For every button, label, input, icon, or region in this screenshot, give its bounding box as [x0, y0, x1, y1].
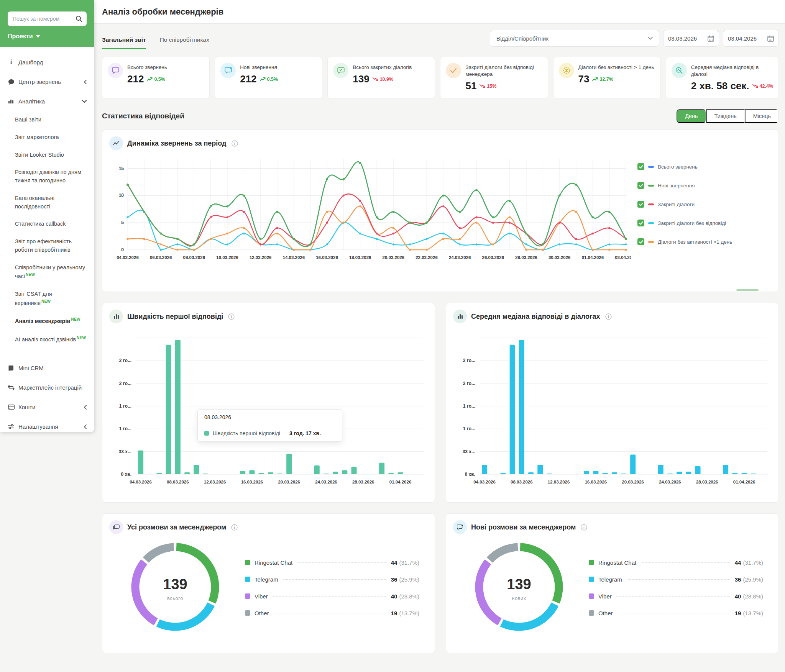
sidebar-subitem-link[interactable]: Звіт про ефективність роботи співробітни… [0, 233, 94, 259]
kpi-value: 51 [465, 80, 476, 92]
sidebar-subitem-link[interactable]: Звіт CSAT для керівниківNEW [0, 285, 94, 312]
sidebar-subitem-link[interactable]: AI аналіз якості дзвінківNEW [0, 330, 94, 349]
section-row: Статистика відповідей ДеньТижденьМісяць [94, 99, 785, 123]
legend-row: Діалоги без активності >1 день [637, 238, 772, 245]
legend-value: 19 [391, 610, 397, 616]
sidebar-subitem-link[interactable]: Співробітники у реальному часіNEW [0, 259, 94, 285]
legend-leader-line [617, 613, 730, 613]
pulse-search-icon [672, 63, 687, 78]
svg-text:03.04.2026: 03.04.2026 [615, 255, 631, 260]
chat-new-icon [453, 520, 467, 534]
legend-value: 44 [391, 559, 397, 566]
svg-text:16.03.2026: 16.03.2026 [241, 480, 263, 484]
info-circle-icon[interactable] [232, 140, 238, 147]
search-icon[interactable] [75, 15, 83, 23]
period-button-idle[interactable]: Тиждень [706, 109, 745, 123]
legend-series-swatch [245, 593, 250, 599]
sidebar-item-settings[interactable]: Налаштування [0, 417, 94, 436]
projects-dropdown[interactable]: Проекти [8, 33, 87, 40]
period-button-active[interactable]: День [677, 109, 706, 123]
legend-checkbox[interactable] [637, 163, 644, 170]
new-conversations-legend: Ringostat Chat44(31.7%)Telegram36(25.9%)… [589, 549, 763, 627]
sidebar-subitem-link[interactable]: Звіти Looker Studio [0, 146, 94, 164]
legend-checkbox[interactable] [637, 201, 644, 208]
sidebar-item-mini-crm[interactable]: Mini CRM [0, 358, 94, 378]
legend-leader-line [616, 596, 730, 597]
sidebar-subitem-link[interactable]: Багатоканальні послідовності [0, 190, 94, 216]
tab-general-report[interactable]: Загальний звіт [102, 36, 146, 49]
dynamics-chart-card: Динаміка звернень за період 05101504.03.… [102, 129, 779, 292]
sidebar-subitem-label: Співробітники у реальному часі [15, 264, 85, 280]
kpi-value-row: 7332.7% [578, 73, 654, 85]
search-box[interactable] [8, 11, 87, 26]
kpi-value: 212 [127, 73, 144, 85]
dynamics-line-chart[interactable]: 05101504.03.202606.03.202608.03.202610.0… [105, 153, 635, 270]
sidebar-item-marketplace[interactable]: Маркетплейс інтеграцій [0, 378, 94, 397]
section-title: Статистика відповідей [102, 112, 184, 120]
sidebar-item-label: Mini CRM [18, 365, 87, 371]
sidebar-subitem-link[interactable]: Звіт маркетолога [0, 129, 94, 146]
donut-legend-row: Viber40(28.8%) [245, 593, 419, 600]
legend-series-label: Ringostat Chat [255, 559, 292, 566]
kpi-body: Діалоги без активності > 1 день7332.7% [578, 63, 654, 93]
chevron-left-icon [84, 80, 87, 84]
kpi-trend-down: 15% [480, 84, 496, 89]
kpi-delta: 0.5% [267, 77, 278, 82]
svg-text:24.03.2026: 24.03.2026 [659, 480, 681, 484]
caret-down-icon [36, 35, 40, 38]
book-icon [8, 365, 15, 371]
legend-checkbox[interactable] [637, 220, 644, 226]
legend-series-swatch [245, 577, 250, 582]
info-circle-icon[interactable] [228, 313, 235, 320]
chart-title: Швидкість першої відповіді [127, 313, 223, 321]
info-circle-icon[interactable] [231, 524, 238, 531]
date-to-input[interactable]: 03.04.2026 [723, 30, 779, 47]
sidebar-item-costs[interactable]: Кошти [0, 397, 94, 417]
all-conversations-donut[interactable]: 139всього [127, 539, 223, 637]
kpi-body: Середня медіана відповіді в діалозі2 хв.… [691, 63, 773, 93]
legend-checkbox[interactable] [637, 238, 644, 245]
chart-scrollbar-thumb[interactable] [736, 289, 759, 291]
legend-leader-line [283, 579, 386, 580]
sidebar-subitem-active[interactable]: Аналіз месенджерівNEW [0, 312, 94, 330]
sidebar-subitem-link[interactable]: Статистика callback [0, 215, 94, 233]
card-header: Середня медіана відповіді в діалогах [446, 303, 778, 326]
new-conversations-donut[interactable]: 139нових [471, 539, 567, 637]
kpi-card: Всього закритих діалогів13910.9% [327, 57, 435, 99]
sidebar-subitem-label: Звіт маркетолога [15, 134, 59, 140]
sidebar-subitem-link[interactable]: Розподіл дзвінків по дням тижня та погод… [0, 164, 94, 190]
bar-chart-mini-icon [109, 310, 123, 323]
kpi-label: Нові звернення [240, 63, 278, 71]
legend-series-swatch [589, 610, 594, 616]
kpi-trend-up: 32.7% [592, 77, 613, 82]
legend-checkbox[interactable] [637, 182, 644, 189]
info-circle-icon[interactable] [605, 313, 612, 320]
dynamics-legend: Всього зверненьНові зверненняЗакриті діа… [635, 153, 776, 270]
sidebar-item-dashboard[interactable]: i Дашборд [0, 52, 94, 72]
sidebar-item-label: Маркетплейс інтеграцій [18, 384, 87, 391]
sidebar-subitem-label: Звіти Looker Studio [15, 152, 64, 158]
credit-card-icon [8, 405, 15, 410]
svg-text:всього: всього [167, 595, 183, 601]
check-icon [446, 63, 461, 78]
median-response-bar-chart[interactable]: 0 хв.33 х...1 го...1 го...2 го...2 го...… [450, 328, 775, 494]
tab-by-employees[interactable]: По співробітниках [160, 36, 209, 49]
info-circle-icon[interactable] [581, 524, 587, 531]
kpi-label: Середня медіана відповіді в діалозі [691, 63, 773, 78]
transfer-arrows-icon [8, 385, 15, 390]
date-from-input[interactable]: 03.03.2026 [663, 30, 719, 47]
department-employee-select[interactable]: Відділ/Співробітник [490, 30, 659, 47]
legend-series-label: Нові звернення [658, 183, 695, 188]
sidebar-item-call-center[interactable]: Центр звернень [0, 72, 94, 92]
period-button-idle[interactable]: Місяць [745, 109, 778, 123]
svg-text:5: 5 [121, 220, 124, 225]
page-title: Аналіз обробки месенджерів [102, 7, 223, 17]
chevron-down-icon [648, 37, 653, 40]
sidebar-subitem-link[interactable]: Ваші звіти [0, 111, 94, 129]
sidebar: Проекти i Дашборд Центр звернень Аналіт [0, 0, 94, 432]
kpi-value-row: 5115% [465, 80, 542, 92]
kpi-value-row: 2120.5% [240, 73, 278, 85]
svg-text:1 го...: 1 го... [119, 403, 131, 409]
kpi-value: 2 хв. 58 сек. [691, 80, 749, 92]
sidebar-item-analytics[interactable]: Аналітика [0, 92, 94, 111]
